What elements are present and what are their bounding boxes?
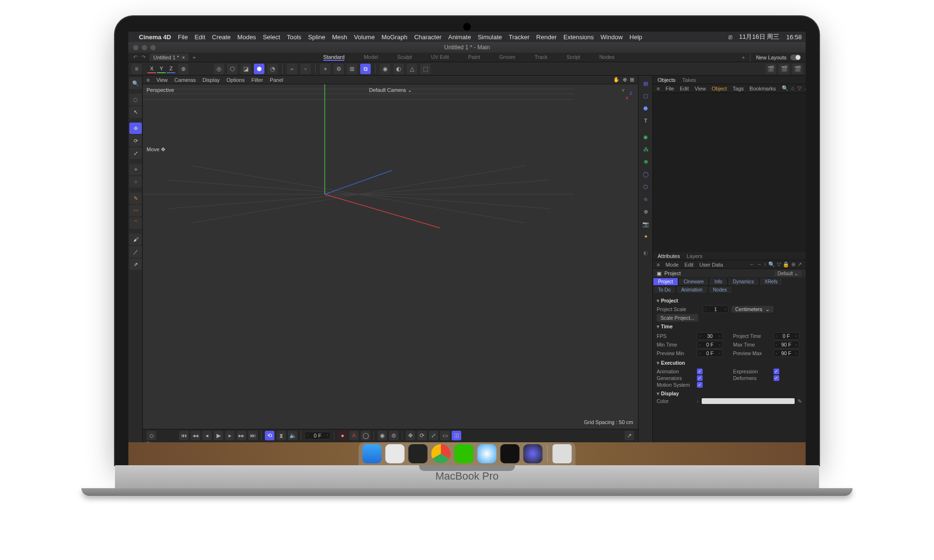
next-key-icon[interactable]: ▸▸ bbox=[237, 431, 246, 440]
material-icon[interactable]: ◐ bbox=[639, 247, 652, 258]
camera-obj-icon[interactable]: 📷 bbox=[639, 218, 652, 230]
menu-mograph[interactable]: MoGraph bbox=[381, 34, 407, 41]
live-select-icon[interactable]: ◌ bbox=[129, 94, 142, 105]
om-tags[interactable]: Tags bbox=[733, 86, 744, 91]
eyedropper-icon[interactable]: ✎ bbox=[797, 398, 802, 404]
menu-modes[interactable]: Modes bbox=[238, 34, 256, 41]
btab-info[interactable]: Info bbox=[709, 278, 728, 286]
spline-pen-icon[interactable]: ✎ bbox=[129, 192, 142, 204]
menu-simulate[interactable]: Simulate bbox=[478, 34, 502, 41]
menu-character[interactable]: Character bbox=[414, 34, 442, 41]
safari-icon[interactable] bbox=[478, 444, 497, 463]
menu-help[interactable]: Help bbox=[629, 34, 642, 41]
layout-nodes[interactable]: Nodes bbox=[599, 54, 615, 61]
spline-sketch-icon[interactable]: 〰 bbox=[129, 205, 142, 216]
viewport-camera-label[interactable]: Default Camera ⌄ bbox=[369, 87, 411, 93]
om-view[interactable]: View bbox=[695, 86, 706, 91]
keyframe-opts-icon[interactable]: ⊚ bbox=[389, 431, 399, 440]
undo-icon[interactable]: ↶ bbox=[133, 54, 137, 60]
btab-project[interactable]: Project bbox=[653, 278, 678, 286]
new-layouts-label[interactable]: New Layouts bbox=[756, 55, 786, 60]
menubar-time[interactable]: 16:58 bbox=[786, 34, 802, 41]
menu-animate[interactable]: Animate bbox=[448, 34, 471, 41]
chrome-icon[interactable] bbox=[432, 444, 451, 463]
layout-sculpt[interactable]: Sculpt bbox=[397, 54, 412, 61]
section-time[interactable]: Time bbox=[657, 324, 802, 329]
loop-icon[interactable]: ⟲ bbox=[265, 431, 274, 440]
current-frame-field[interactable]: ‹0 F› bbox=[305, 432, 330, 439]
spline-primitive-icon[interactable]: ▢ bbox=[639, 90, 652, 101]
finder-icon[interactable] bbox=[363, 444, 382, 463]
terminal-icon[interactable] bbox=[409, 444, 428, 463]
goto-start-icon[interactable]: ⏮ bbox=[179, 431, 189, 440]
picture-viewer-icon[interactable]: ⬚ bbox=[420, 64, 431, 74]
am-popout-icon[interactable]: ↗ bbox=[797, 261, 802, 268]
max-field[interactable]: ‹90 F› bbox=[774, 341, 799, 348]
pla-key-icon[interactable]: ◫ bbox=[452, 431, 461, 440]
object-manager[interactable] bbox=[653, 93, 806, 252]
btab-xrefs[interactable]: XRefs bbox=[759, 278, 783, 286]
min-field[interactable]: ‹0 F› bbox=[697, 341, 723, 348]
add-tab-icon[interactable]: + bbox=[193, 55, 195, 60]
layout-toggle[interactable] bbox=[790, 55, 801, 60]
place-tool-icon[interactable]: ✧ bbox=[129, 164, 142, 175]
om-file[interactable]: File bbox=[665, 86, 674, 91]
locked-workplane-icon[interactable]: ▫ bbox=[300, 64, 311, 74]
workplane-icon[interactable]: ⌐ bbox=[287, 64, 297, 74]
layout-uvedit[interactable]: UV Edit bbox=[431, 54, 449, 61]
axis-y[interactable]: Y bbox=[157, 65, 166, 73]
layout-groom[interactable]: Groom bbox=[499, 54, 515, 61]
section-execution[interactable]: Execution bbox=[657, 360, 802, 366]
render-view-icon[interactable]: ◉ bbox=[380, 64, 390, 74]
menubar-date[interactable]: 11月16日 周三 bbox=[739, 33, 780, 41]
autokey-icon[interactable]: A bbox=[349, 431, 359, 440]
ptime-field[interactable]: ‹0 F› bbox=[774, 332, 799, 340]
chk-expression[interactable]: ✓ bbox=[774, 369, 779, 374]
chk-motion[interactable]: ✓ bbox=[697, 382, 703, 388]
om-popout-icon[interactable]: ↗ bbox=[804, 85, 806, 91]
om-home-icon[interactable]: ⌂ bbox=[791, 85, 795, 91]
am-userdata[interactable]: User Data bbox=[699, 262, 723, 268]
am-new-icon[interactable]: ⊕ bbox=[791, 261, 796, 268]
param-key-icon[interactable]: ▭ bbox=[440, 431, 450, 440]
hamburger-icon[interactable]: ≡ bbox=[131, 64, 142, 74]
layout-standard[interactable]: Standard bbox=[323, 54, 345, 61]
add-layout-icon[interactable]: + bbox=[742, 55, 745, 60]
pos-key-icon[interactable]: ✥ bbox=[406, 431, 415, 440]
scale-tool-icon[interactable]: ⤢ bbox=[129, 147, 142, 159]
am-search-icon[interactable]: 🔍 bbox=[768, 261, 775, 268]
am-fwd-icon[interactable]: → bbox=[757, 261, 762, 268]
render-region-icon[interactable]: ◐ bbox=[393, 64, 404, 74]
coord-system-icon[interactable]: ⊕ bbox=[178, 64, 189, 74]
texture-mode-icon[interactable]: ◔ bbox=[267, 64, 278, 74]
am-up-icon[interactable]: ↑ bbox=[764, 261, 767, 268]
om-filter-icon[interactable]: ▽ bbox=[797, 85, 801, 91]
light-icon[interactable]: ✦ bbox=[639, 231, 652, 242]
field-icon[interactable]: ◯ bbox=[639, 168, 652, 180]
selection-filter-icon[interactable]: ◎ bbox=[214, 64, 224, 74]
menu-extensions[interactable]: Extensions bbox=[563, 34, 594, 41]
axis-z[interactable]: Z bbox=[167, 65, 175, 73]
search-icon[interactable]: 🔍 bbox=[129, 78, 142, 89]
om-search-icon[interactable]: 🔍 bbox=[782, 85, 788, 91]
cursor-icon[interactable]: ↖ bbox=[129, 106, 142, 118]
om-object[interactable]: Object bbox=[712, 86, 727, 91]
app-name[interactable]: Cinema 4D bbox=[139, 34, 171, 41]
section-display[interactable]: Display bbox=[657, 391, 802, 396]
menu-render[interactable]: Render bbox=[536, 34, 557, 41]
vp-menu-display[interactable]: Display bbox=[203, 77, 220, 83]
scale-key-icon[interactable]: ⤢ bbox=[429, 431, 438, 440]
vp-menu-cameras[interactable]: Cameras bbox=[174, 77, 196, 83]
move-tool-icon[interactable]: ✥ bbox=[129, 123, 142, 134]
fps-icon[interactable]: ⧗ bbox=[276, 431, 286, 440]
tab-takes[interactable]: Takes bbox=[682, 77, 696, 83]
prev-frame-icon[interactable]: ◂ bbox=[202, 431, 212, 440]
tab-attributes[interactable]: Attributes bbox=[658, 253, 680, 259]
play-icon[interactable]: ▶ bbox=[214, 431, 223, 440]
close-icon[interactable]: × bbox=[182, 55, 185, 60]
scale-project-button[interactable]: Scale Project... bbox=[657, 314, 698, 322]
menu-volume[interactable]: Volume bbox=[354, 34, 375, 41]
scale-unit-dropdown[interactable]: Centimeters⌄ bbox=[731, 306, 774, 313]
chk-animation[interactable]: ✓ bbox=[697, 369, 703, 374]
preset-dropdown[interactable]: Default ⌄ bbox=[774, 270, 802, 277]
